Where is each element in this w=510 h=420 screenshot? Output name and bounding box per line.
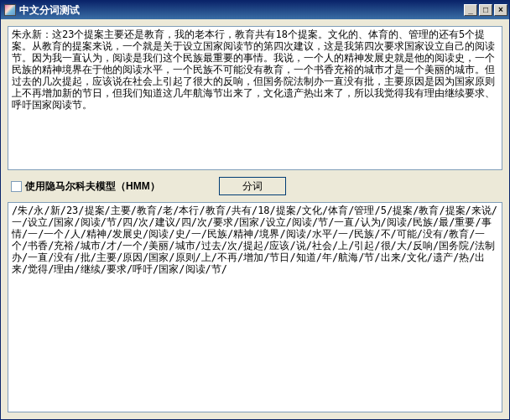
minimize-button[interactable]: _ xyxy=(464,4,477,16)
app-icon xyxy=(4,4,16,16)
source-textarea[interactable]: 朱永新：这23个提案主要还是教育，我的老本行，教育共有18个提案。文化的、体育的… xyxy=(8,26,502,170)
window-title: 中文分词测试 xyxy=(19,3,462,18)
hmm-label-text: 使用隐马尔科夫模型（HMM） xyxy=(25,179,160,194)
hmm-checkbox-label[interactable]: 使用隐马尔科夫模型（HMM） xyxy=(11,179,160,194)
result-textarea[interactable]: /朱/永/新/23/提案/主要/教育/老/本行/教育/共有/18/提案/文化/体… xyxy=(8,202,502,412)
app-window: 中文分词测试 _ □ × 朱永新：这23个提案主要还是教育，我的老本行，教育共有… xyxy=(0,0,510,420)
maximize-button[interactable]: □ xyxy=(479,4,492,16)
segment-button[interactable]: 分词 xyxy=(219,177,286,195)
client-area: 朱永新：这23个提案主要还是教育，我的老本行，教育共有18个提案。文化的、体育的… xyxy=(1,19,509,419)
controls-row: 使用隐马尔科夫模型（HMM） 分词 xyxy=(8,175,502,197)
close-button[interactable]: × xyxy=(494,4,507,16)
hmm-checkbox[interactable] xyxy=(11,181,22,192)
title-bar: 中文分词测试 _ □ × xyxy=(1,1,509,19)
